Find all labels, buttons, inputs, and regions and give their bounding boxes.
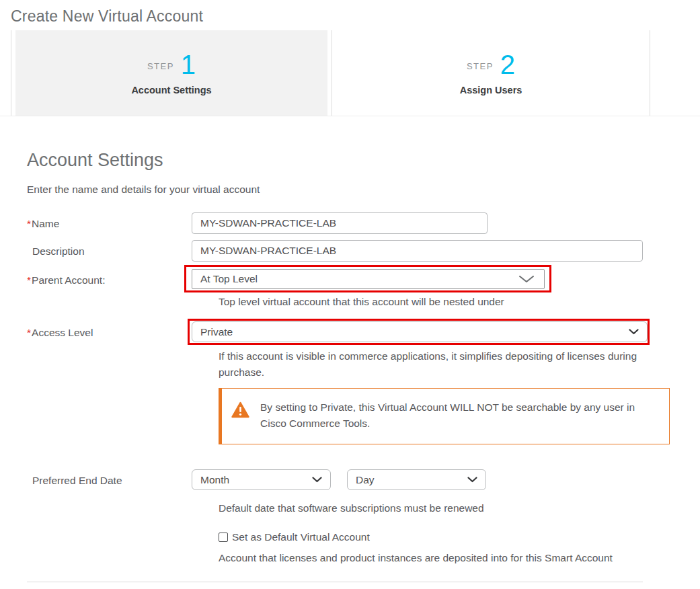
required-asterisk: * xyxy=(27,218,31,229)
footer-divider xyxy=(27,582,643,582)
wizard-steps: STEP 1 Account Settings STEP 2 Assign Us… xyxy=(11,30,650,116)
step-label: Account Settings xyxy=(131,85,211,95)
preferred-end-date-label: Preferred End Date xyxy=(27,469,192,487)
required-asterisk: * xyxy=(27,327,31,338)
access-level-select[interactable]: Private xyxy=(192,321,648,342)
access-level-value: Private xyxy=(200,326,233,338)
description-row: Description xyxy=(27,240,700,262)
month-value: Month xyxy=(200,474,229,486)
default-va-checkbox[interactable] xyxy=(219,533,228,542)
day-select[interactable]: Day xyxy=(347,469,486,490)
chevron-down-icon xyxy=(518,275,535,283)
access-level-row: *Access Level Private xyxy=(27,321,700,342)
parent-account-select[interactable]: At Top Level xyxy=(192,269,545,289)
section-subheading: Enter the name and details for your virt… xyxy=(27,184,700,196)
private-warning-text: By setting to Private, this Virtual Acco… xyxy=(260,399,637,432)
description-label: Description xyxy=(27,240,192,258)
default-va-checkbox-label: Set as Default Virtual Account xyxy=(232,531,370,543)
parent-account-value: At Top Level xyxy=(200,273,258,285)
step-number: 1 xyxy=(181,51,196,78)
warning-triangle-icon xyxy=(231,401,249,418)
preferred-end-date-help: Default date that software subscriptions… xyxy=(219,500,700,516)
step-word: STEP xyxy=(147,61,174,71)
month-select[interactable]: Month xyxy=(192,469,331,490)
wizard-step-assign-users[interactable]: STEP 2 Assign Users xyxy=(332,30,650,116)
preferred-end-date-row: Preferred End Date Month Day xyxy=(27,469,700,490)
parent-account-row: *Parent Account: At Top Level xyxy=(27,269,700,289)
required-asterisk: * xyxy=(27,274,31,286)
account-settings-form: *Name Description *Parent Account: At To… xyxy=(27,212,700,566)
parent-account-label: *Parent Account: xyxy=(27,269,192,286)
name-row: *Name xyxy=(27,212,700,234)
day-value: Day xyxy=(356,474,375,486)
name-label: *Name xyxy=(27,212,192,230)
default-va-row: Set as Default Virtual Account xyxy=(219,531,700,543)
wizard-step-account-settings[interactable]: STEP 1 Account Settings xyxy=(15,30,327,116)
section-heading: Account Settings xyxy=(27,150,700,171)
access-level-label: *Access Level xyxy=(27,321,192,339)
step-label: Assign Users xyxy=(460,85,522,95)
name-input[interactable] xyxy=(192,212,488,234)
page-title: Create New Virtual Account xyxy=(11,7,700,26)
description-input[interactable] xyxy=(192,240,643,262)
default-va-help: Account that licenses and product instan… xyxy=(219,550,700,566)
parent-account-help: Top level virtual account that this acco… xyxy=(219,294,700,310)
chevron-down-icon xyxy=(629,329,639,335)
private-warning-box: By setting to Private, this Virtual Acco… xyxy=(219,388,670,444)
steps-underline xyxy=(0,116,700,116)
chevron-down-icon xyxy=(312,477,322,483)
chevron-down-icon xyxy=(467,477,477,483)
access-level-help: If this account is visible in commerce a… xyxy=(219,348,659,381)
step-number: 2 xyxy=(500,51,515,78)
step-word: STEP xyxy=(467,61,494,71)
